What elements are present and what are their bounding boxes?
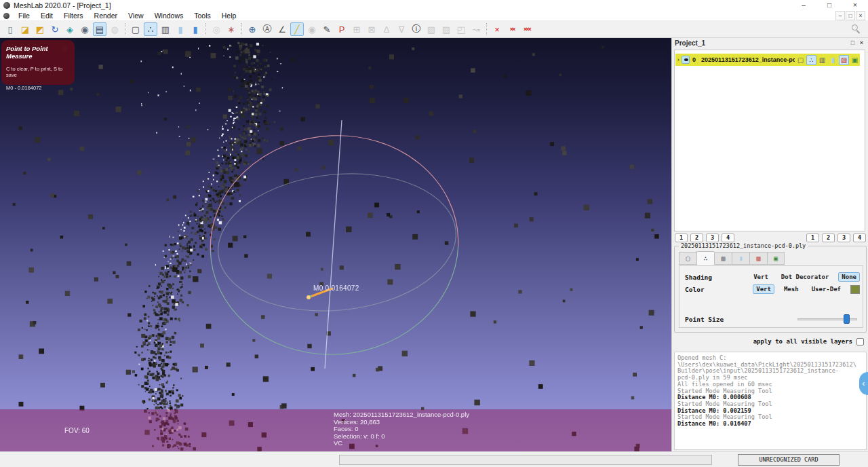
show-layer-dialog-icon[interactable]: ▤ <box>93 22 106 36</box>
mdi-restore-button[interactable]: □ <box>846 11 855 20</box>
tab-points-icon[interactable]: ∴ <box>696 251 714 265</box>
select-connected-icon: ▧ <box>425 22 438 36</box>
progress-placeholder <box>339 455 712 465</box>
mdi-child-icon <box>3 13 9 19</box>
menubar: FileEditFiltersRenderViewWindowsToolsHel… <box>0 11 868 21</box>
row-bbox-icon[interactable]: ▢ <box>795 55 806 65</box>
export-mesh-icon[interactable]: ◈ <box>63 22 77 36</box>
zpainting-tool-icon[interactable]: ✎ <box>320 22 334 36</box>
info-tool-icon[interactable]: ⓘ <box>410 22 423 36</box>
restore-button[interactable]: □ <box>816 0 842 11</box>
color-option-vert[interactable]: Vert <box>753 284 774 294</box>
render-flat-icon[interactable]: ▮ <box>174 22 187 36</box>
hud-selection: Selection: v: 0 f: 0 <box>334 433 469 441</box>
menu-filters[interactable]: Filters <box>58 11 89 20</box>
snapshot-icon[interactable]: ◉ <box>78 22 92 36</box>
annotation-tool-icon[interactable]: Ⓐ <box>260 22 274 36</box>
quick-button-right-1[interactable]: 1 <box>806 234 819 242</box>
show-axes-icon[interactable]: ∗ <box>224 22 238 36</box>
row-shaders-icon[interactable]: ▣ <box>850 55 860 65</box>
row-points-icon[interactable]: ∴ <box>806 55 816 65</box>
new-project-icon[interactable]: ▯ <box>3 22 17 36</box>
color-option-mesh[interactable]: Mesh <box>781 284 802 294</box>
tab-bbox-icon[interactable]: ▢ <box>679 252 696 265</box>
visibility-eye-icon[interactable] <box>682 56 690 64</box>
expand-arrow-icon[interactable]: › <box>675 56 682 63</box>
point-cloud-canvas[interactable] <box>0 38 671 451</box>
quick-button-right-3[interactable]: 3 <box>837 234 850 242</box>
open-project-icon[interactable]: ◪ <box>18 22 32 36</box>
float-panel-button[interactable]: □ <box>848 39 857 48</box>
layer-row[interactable]: › 0 20250113151723612_instance-pcd-0 * ▢… <box>675 54 860 66</box>
close-panel-button[interactable]: × <box>857 39 866 48</box>
search-tail <box>856 30 861 34</box>
unload-current-mesh-icon[interactable]: × <box>490 22 504 36</box>
viewport-3d[interactable]: Point to Point Measure C to clear, P to … <box>0 38 671 451</box>
shading-options: VertDot DecoratorNone <box>750 272 860 282</box>
row-wireframe-icon[interactable]: ▥ <box>817 55 827 65</box>
close-button[interactable]: × <box>842 0 868 11</box>
shading-option-dot-decorator[interactable]: Dot Decorator <box>778 272 832 282</box>
mdi-minimize-button[interactable]: – <box>835 11 845 20</box>
mdi-close-button[interactable]: × <box>856 11 865 20</box>
quick-button-left-3[interactable]: 3 <box>706 234 719 242</box>
dock-header-buttons: □× <box>848 39 866 48</box>
render-bbox-icon[interactable]: ▢ <box>129 22 142 36</box>
tab-flat-icon[interactable]: ▮ <box>732 252 749 265</box>
titlebar: MeshLab 2020.07 - [Project_1] –□× <box>0 0 868 11</box>
quick-button-right-4[interactable]: 4 <box>853 234 866 242</box>
menu-tools[interactable]: Tools <box>189 11 216 20</box>
menu-render[interactable]: Render <box>89 11 123 20</box>
menu-view[interactable]: View <box>123 11 149 20</box>
measure-overlay-title: Point to Point Measure <box>6 45 70 60</box>
slider-handle[interactable] <box>844 314 850 324</box>
menu-windows[interactable]: Windows <box>149 11 189 20</box>
search-icon[interactable] <box>852 24 861 34</box>
toolbar-separator <box>125 23 125 35</box>
tab-texture-icon[interactable]: ▨ <box>749 252 767 265</box>
shading-option-none[interactable]: None <box>838 272 860 282</box>
log-output[interactable]: Opened mesh C:\Users\dex\kuawei_data\Pic… <box>674 352 867 450</box>
hud-faces: Faces: 0 <box>334 426 469 433</box>
color-option-user-def[interactable]: User-Def <box>808 284 844 294</box>
quick-button-left-1[interactable]: 1 <box>675 234 688 242</box>
row-texture-icon[interactable]: ▨ <box>839 55 849 65</box>
angle-tool-icon[interactable]: ∠ <box>275 22 289 36</box>
color-label: Color <box>685 286 705 293</box>
menu-help[interactable]: Help <box>216 11 242 20</box>
quick-button-left-4[interactable]: 4 <box>722 234 734 242</box>
mdi-window-controls: –□× <box>835 11 865 20</box>
import-mesh-icon[interactable]: ◩ <box>33 22 47 36</box>
point-size-label: Point Size <box>685 316 724 323</box>
apply-label: apply to all visible layers <box>753 338 852 345</box>
orthographic-view-icon[interactable]: ⊕ <box>245 22 259 36</box>
shading-option-vert[interactable]: Vert <box>750 272 772 282</box>
color-options: VertMeshUser-Def <box>753 284 860 294</box>
menu-edit[interactable]: Edit <box>35 11 58 20</box>
quick-button-right-2[interactable]: 2 <box>822 234 835 242</box>
tab-wireframe-icon[interactable]: ▥ <box>714 252 732 265</box>
reload-mesh-icon[interactable]: ↻ <box>48 22 62 36</box>
select-rect-icon: ▨ <box>439 22 453 36</box>
minimize-button[interactable]: – <box>791 0 816 11</box>
render-wireframe-icon[interactable]: ▥ <box>159 22 172 36</box>
point-size-slider[interactable] <box>797 314 857 324</box>
measure-tool-icon[interactable]: ╱ <box>290 22 304 36</box>
unrecognized-card-button[interactable]: UNRECOGNIZED CARD <box>738 454 840 466</box>
quick-button-left-2[interactable]: 2 <box>690 234 703 242</box>
toolbar-separator <box>205 23 206 35</box>
apply-checkbox[interactable] <box>856 338 864 345</box>
open-in-web-icon: ◍ <box>108 22 121 36</box>
collapse-panel-chevron[interactable]: ‹ <box>859 372 868 395</box>
user-def-color-swatch[interactable] <box>850 285 860 294</box>
select-brush-icon: ◰ <box>454 22 468 36</box>
row-flat-icon[interactable]: ▮ <box>828 55 838 65</box>
picked-points-tool-icon[interactable]: P <box>335 22 349 36</box>
render-smooth-icon[interactable]: ▮ <box>189 22 202 36</box>
close-project-icon[interactable]: ××× <box>520 22 534 36</box>
dock-header[interactable]: Project_1 □× <box>672 38 868 49</box>
menu-file[interactable]: File <box>13 11 35 20</box>
render-points-icon[interactable]: ∴ <box>144 22 157 36</box>
tab-shaders-icon[interactable]: ▣ <box>767 252 785 265</box>
unload-all-meshes-icon[interactable]: ×× <box>505 22 519 36</box>
